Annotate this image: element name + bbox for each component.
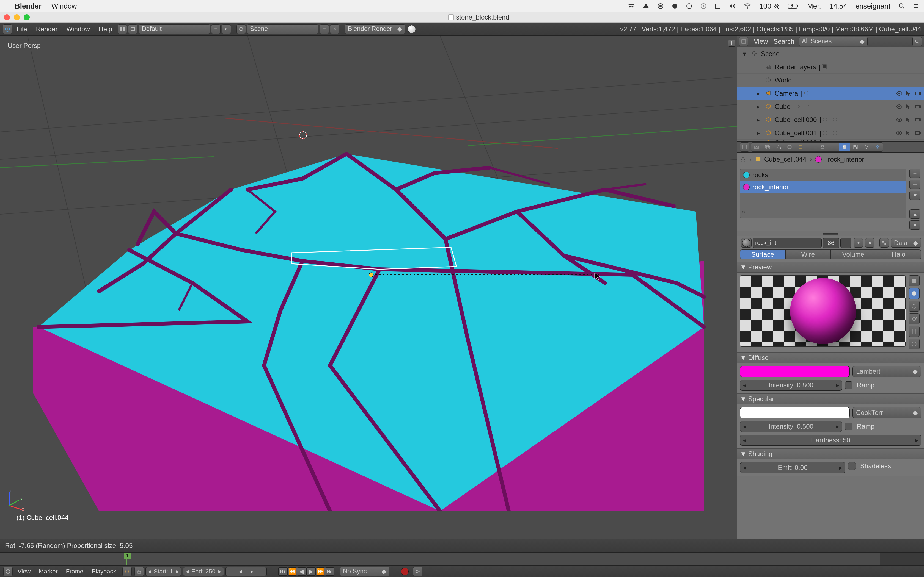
preview-type-cube[interactable] — [909, 301, 919, 311]
specular-section-header[interactable]: ▼ Specular — [737, 393, 924, 405]
outliner-row[interactable]: ▸Cube_cell.000| — [737, 113, 924, 126]
preview-type-hair[interactable] — [909, 326, 919, 337]
start-frame-field[interactable]: ◂Start: 1▸ — [145, 567, 181, 576]
specular-color-picker[interactable] — [740, 407, 850, 418]
renderable-icon[interactable] — [915, 103, 921, 110]
renderable-icon[interactable] — [915, 116, 921, 123]
material-name-field[interactable]: rock_int — [753, 238, 822, 248]
preview-type-sphere[interactable] — [909, 288, 919, 299]
window-menu[interactable]: Window — [52, 2, 77, 10]
material-unlink-button[interactable]: × — [865, 238, 874, 248]
material-users-count[interactable]: 86 — [823, 238, 839, 248]
jump-to-end-button[interactable]: ⏭ — [325, 567, 334, 575]
minimize-window-button[interactable] — [14, 14, 20, 20]
shading-section-header[interactable]: ▼ Shading — [737, 448, 924, 459]
end-frame-field[interactable]: ◂End: 250▸ — [183, 567, 224, 576]
record-icon[interactable] — [657, 3, 664, 9]
tab-data[interactable] — [828, 142, 839, 152]
app-menu[interactable]: Blender — [15, 2, 42, 10]
screen-layout-dropdown[interactable]: Default — [139, 24, 210, 34]
selectable-icon[interactable] — [905, 116, 912, 123]
shadeless-checkbox[interactable] — [848, 462, 856, 470]
wifi-icon[interactable] — [744, 3, 751, 9]
material-browse-icon[interactable] — [741, 238, 751, 248]
outliner-row[interactable]: ▾Scene — [737, 47, 924, 60]
list-grip-icon[interactable] — [742, 211, 745, 213]
keyframe-next-button[interactable]: ⏩ — [316, 567, 325, 575]
timeline-playback-menu[interactable]: Playback — [92, 568, 116, 575]
menu-render[interactable]: Render — [36, 25, 58, 33]
jump-to-start-button[interactable]: ⏮ — [278, 567, 288, 575]
material-slot-row[interactable]: rocks — [740, 169, 906, 181]
timeline-frame-menu[interactable]: Frame — [66, 568, 84, 575]
current-frame-field[interactable]: ◂1▸ — [226, 567, 267, 576]
tree-toggle[interactable]: ▸ — [756, 103, 764, 110]
auto-keyframe-button[interactable] — [401, 568, 409, 575]
tab-scene[interactable] — [773, 142, 784, 152]
spotlight-icon[interactable] — [899, 3, 905, 9]
preview-type-flat[interactable] — [909, 275, 919, 286]
material-nodes-button[interactable] — [879, 238, 889, 248]
preview-section-header[interactable]: ▼ Preview — [737, 261, 924, 272]
material-slot-add-button[interactable]: + — [909, 169, 921, 178]
layout-browse-icon[interactable] — [128, 24, 137, 34]
specular-ramp-checkbox[interactable] — [845, 422, 853, 430]
viewport-panel-toggle[interactable]: + — [728, 40, 735, 47]
timeline-track[interactable]: 1 -40-2002040608010012014016018020022024… — [0, 552, 924, 566]
preview-type-world[interactable] — [909, 338, 919, 350]
time-machine-icon[interactable] — [700, 3, 706, 9]
outliner-row[interactable]: ▸Cube_cell.001| — [737, 126, 924, 140]
tab-object[interactable] — [795, 142, 806, 152]
material-slot-list[interactable]: rocksrock_interior — [740, 169, 906, 218]
outliner-display-dropdown[interactable]: All Scenes◆ — [799, 37, 867, 46]
clock-time[interactable]: 14:54 — [829, 2, 847, 10]
tab-material[interactable] — [839, 142, 850, 152]
tree-toggle[interactable]: ▾ — [743, 50, 750, 58]
gdrive-icon[interactable] — [643, 3, 649, 9]
timeline-show-seconds-icon[interactable] — [123, 567, 132, 576]
tree-toggle[interactable]: ▸ — [756, 116, 764, 124]
maximize-window-button[interactable] — [24, 14, 30, 20]
visibility-icon[interactable] — [896, 116, 903, 123]
tab-physics[interactable] — [872, 142, 883, 152]
keyframe-prev-button[interactable]: ⏪ — [288, 567, 297, 575]
specular-hardness-field[interactable]: ◂Hardness: 50▸ — [740, 435, 921, 446]
outliner-view-menu[interactable]: View — [754, 38, 768, 45]
clock-day[interactable]: Mer. — [807, 2, 821, 10]
outliner-search-menu[interactable]: Search — [774, 38, 795, 45]
user-name[interactable]: enseignant — [856, 2, 890, 10]
list-resize-grip[interactable]: ═══ — [737, 231, 924, 236]
render-engine-dropdown[interactable]: Blender Render◆ — [345, 24, 405, 34]
diffuse-intensity-field[interactable]: ◂Intensity: 0.800▸ — [740, 380, 842, 391]
notification-center-icon[interactable] — [913, 3, 919, 9]
material-type-wire[interactable]: Wire — [785, 250, 831, 259]
material-slot-specials-button[interactable]: ▾ — [909, 191, 921, 200]
editor-type-timeline-icon[interactable] — [3, 567, 13, 576]
layout-add-button[interactable]: + — [211, 24, 221, 34]
menubar-icon-1[interactable] — [686, 3, 692, 9]
editor-type-properties-icon[interactable] — [740, 142, 750, 152]
timeline-editor[interactable]: 1 -40-2002040608010012014016018020022024… — [0, 552, 924, 577]
play-button[interactable]: ▶ — [306, 567, 316, 575]
sync-mode-dropdown[interactable]: No Sync◆ — [340, 567, 389, 576]
material-new-button[interactable]: + — [854, 238, 863, 248]
menu-help[interactable]: Help — [99, 25, 112, 33]
renderable-icon[interactable] — [915, 130, 921, 136]
play-reverse-button[interactable]: ◀ — [297, 567, 306, 575]
timeline-lock-range-icon[interactable] — [134, 567, 144, 576]
playback-controls[interactable]: ⏮ ⏪ ◀ ▶ ⏩ ⏭ — [278, 567, 334, 575]
material-slot-move-up-button[interactable]: ▴ — [909, 210, 921, 219]
material-type-volume[interactable]: Volume — [831, 250, 876, 259]
diffuse-section-header[interactable]: ▼ Diffuse — [737, 352, 924, 363]
menu-window[interactable]: Window — [66, 25, 90, 33]
properties-context-tabs[interactable] — [737, 141, 924, 153]
battery-icon[interactable] — [788, 3, 799, 9]
diffuse-color-picker[interactable] — [740, 366, 850, 377]
scene-remove-button[interactable]: × — [330, 24, 339, 34]
outliner-row[interactable]: ▸Cube| — [737, 100, 924, 113]
tree-toggle[interactable]: ▸ — [756, 90, 764, 97]
diffuse-shader-dropdown[interactable]: Lambert◆ — [853, 366, 921, 377]
material-slot-move-down-button[interactable]: ▾ — [909, 220, 921, 230]
tab-render[interactable] — [751, 142, 762, 152]
material-link-dropdown[interactable]: Data◆ — [891, 238, 921, 248]
